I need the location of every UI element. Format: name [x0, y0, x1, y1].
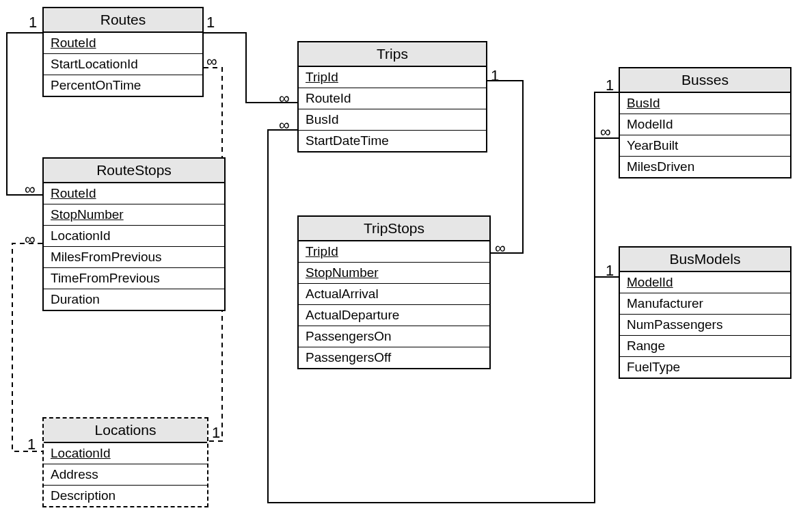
field-tripstops-tripid: TripId [299, 241, 489, 263]
cardinality-routes-left-1: 1 [29, 14, 37, 31]
field-routes-startlocationid: StartLocationId [44, 54, 202, 75]
entity-routes: Routes RouteId StartLocationId PercentOn… [42, 7, 204, 97]
field-busmodels-fueltype: FuelType [620, 357, 790, 377]
cardinality-trips-right-1: 1 [491, 67, 499, 85]
field-routes-routeid: RouteId [44, 33, 202, 54]
field-locations-address: Address [44, 464, 207, 486]
field-trips-tripid: TripId [299, 67, 486, 88]
entity-busmodels: BusModels ModelId Manufacturer NumPassen… [619, 246, 791, 379]
field-routestops-duration: Duration [44, 289, 224, 310]
field-trips-startdatetime: StartDateTime [299, 131, 486, 151]
field-routestops-timefromprevious: TimeFromPrevious [44, 268, 224, 289]
field-busmodels-modelid: ModelId [620, 272, 790, 293]
field-tripstops-stopnumber: StopNumber [299, 263, 489, 284]
cardinality-trips-left-inf: ∞ [279, 90, 290, 107]
field-routestops-routeid: RouteId [44, 183, 224, 204]
cardinality-busses-leftlower-inf: ∞ [600, 123, 611, 141]
cardinality-routes-right-1: 1 [206, 14, 215, 31]
field-tripstops-actualarrival: ActualArrival [299, 284, 489, 305]
cardinality-locations-left-1: 1 [27, 436, 36, 453]
entity-locations-title: Locations [44, 419, 207, 443]
field-tripstops-actualdeparture: ActualDeparture [299, 305, 489, 326]
field-trips-busid: BusId [299, 109, 486, 131]
cardinality-busses-left-1: 1 [606, 77, 614, 94]
entity-busses: Busses BusId ModelId YearBuilt MilesDriv… [619, 67, 791, 178]
field-busses-busid: BusId [620, 93, 790, 114]
cardinality-trips-leftlower-inf: ∞ [279, 116, 290, 134]
entity-tripstops: TripStops TripId StopNumber ActualArriva… [297, 215, 491, 369]
cardinality-routestops-left-top-inf: ∞ [25, 181, 36, 198]
field-routestops-milesfromprevious: MilesFromPrevious [44, 247, 224, 268]
entity-routes-title: Routes [44, 8, 202, 33]
field-routestops-stopnumber: StopNumber [44, 204, 224, 226]
cardinality-locations-right-1: 1 [212, 424, 220, 442]
field-busses-modelid: ModelId [620, 114, 790, 135]
entity-routestops: RouteStops RouteId StopNumber LocationId… [42, 157, 226, 311]
entity-busses-title: Busses [620, 68, 790, 93]
field-routes-percentontime: PercentOnTime [44, 75, 202, 96]
field-busmodels-numpassengers: NumPassengers [620, 315, 790, 336]
cardinality-routes-right-inf: ∞ [206, 53, 217, 70]
entity-tripstops-title: TripStops [299, 217, 489, 241]
field-tripstops-passengersoff: PassengersOff [299, 347, 489, 368]
field-busmodels-manufacturer: Manufacturer [620, 293, 790, 315]
entity-busmodels-title: BusModels [620, 248, 790, 272]
field-busses-milesdriven: MilesDriven [620, 157, 790, 177]
entity-trips-title: Trips [299, 42, 486, 67]
field-locations-locationid: LocationId [44, 443, 207, 464]
field-busmodels-range: Range [620, 336, 790, 357]
cardinality-busmodels-left-1: 1 [606, 262, 614, 280]
field-routestops-locationid: LocationId [44, 226, 224, 247]
entity-trips: Trips TripId RouteId BusId StartDateTime [297, 41, 487, 153]
field-locations-description: Description [44, 486, 207, 506]
entity-routestops-title: RouteStops [44, 159, 224, 183]
entity-locations: Locations LocationId Address Description [42, 417, 208, 507]
cardinality-tripstops-right-inf: ∞ [495, 239, 506, 257]
field-busses-yearbuilt: YearBuilt [620, 135, 790, 157]
cardinality-routestops-left-mid-inf: ∞ [25, 230, 36, 248]
field-trips-routeid: RouteId [299, 88, 486, 109]
field-tripstops-passengerson: PassengersOn [299, 326, 489, 347]
